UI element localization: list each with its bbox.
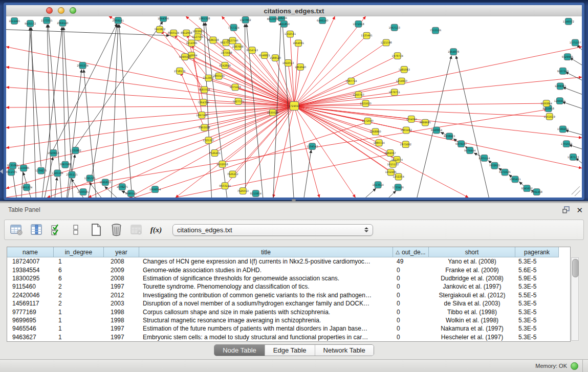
graph-node[interactable]: 1724047	[289, 102, 300, 111]
graph-node[interactable]: 7515526	[430, 27, 441, 34]
graph-node[interactable]: 9091468	[531, 189, 542, 195]
table-row[interactable]: 946362711997Embryonic stem cells: a mode…	[7, 333, 570, 341]
graph-node[interactable]: 1145194	[52, 170, 63, 177]
graph-node[interactable]: 1695810	[100, 179, 111, 186]
graph-node[interactable]: 1160743	[353, 92, 364, 98]
graph-node[interactable]: 9590545	[125, 190, 137, 197]
graph-node[interactable]: 1880724	[373, 140, 384, 146]
column-header-out_de[interactable]: △out_de...	[393, 247, 429, 257]
table-scrollbar[interactable]	[571, 257, 579, 341]
graph-node[interactable]: 9899695	[420, 119, 431, 126]
graph-node[interactable]: 1965492	[401, 127, 412, 134]
table-row[interactable]: 1456911722003Disruption of a novel membe…	[7, 299, 570, 308]
float-panel-icon[interactable]	[562, 206, 570, 213]
close-window-button[interactable]	[46, 7, 53, 14]
table-row[interactable]: 911546021997Tourette syndrome. Phenomeno…	[7, 282, 570, 291]
table-row[interactable]: 2242004622012Investigating the contribut…	[7, 291, 570, 299]
graph-node[interactable]: 1975692	[400, 141, 411, 148]
column-header-pagerank[interactable]: pagerank	[515, 247, 559, 257]
graph-node[interactable]: 6466140	[317, 17, 328, 24]
column-header-short[interactable]: short	[429, 247, 515, 257]
graph-node[interactable]: 1844366	[158, 16, 169, 21]
graph-node[interactable]: 2505115	[66, 171, 77, 178]
graph-node[interactable]: 1862640	[295, 63, 306, 70]
graph-node[interactable]: 9435572	[25, 20, 36, 27]
graph-node[interactable]: 1687714	[345, 78, 357, 84]
graph-node[interactable]: 8471626	[499, 169, 510, 176]
graph-node[interactable]: 9146821	[259, 52, 270, 59]
graph-node[interactable]: 9587058	[199, 86, 210, 93]
graph-node[interactable]: 1611445	[9, 17, 20, 24]
column-header-name[interactable]: name	[7, 247, 54, 257]
table-row[interactable]: 1872400712008Changes of HCN gene express…	[7, 257, 570, 266]
graph-node[interactable]: 8912958	[181, 30, 192, 36]
graph-node[interactable]: 6879197	[455, 141, 467, 147]
graph-node[interactable]: 7626013	[237, 188, 248, 194]
graph-node[interactable]: 1254910	[396, 78, 407, 84]
graph-node[interactable]: 7485083	[399, 66, 410, 73]
graph-node[interactable]: 8454743	[247, 47, 258, 54]
graph-node[interactable]: 1115686	[18, 165, 29, 171]
graph-node[interactable]: 1664878	[448, 49, 459, 55]
graph-node[interactable]: 1071918	[353, 20, 364, 27]
delete-table-button[interactable]	[129, 223, 143, 236]
tab-node-table[interactable]: Node Table	[214, 345, 265, 356]
column-header-title[interactable]: title	[139, 247, 393, 257]
memory-ok-indicator[interactable]	[571, 362, 578, 370]
graph-node[interactable]: 1275419	[229, 84, 241, 91]
graph-node[interactable]: 2718176	[174, 68, 185, 74]
graph-node[interactable]: 1701650	[561, 141, 572, 147]
delete-column-button[interactable]	[110, 223, 123, 236]
table-row[interactable]: 1830029562008Estimation of significance …	[7, 274, 570, 282]
graph-node[interactable]: 7632621	[489, 162, 500, 169]
tab-edge-table[interactable]: Edge Table	[265, 345, 315, 356]
graph-node[interactable]: 1332541	[285, 31, 296, 37]
table-mode-button[interactable]	[10, 223, 23, 236]
select-all-columns-button[interactable]	[50, 223, 63, 236]
graph-node[interactable]: 1534543	[307, 143, 318, 150]
graph-node[interactable]: 1735992	[70, 147, 81, 154]
close-panel-icon[interactable]: ✕	[576, 206, 583, 214]
graph-node[interactable]: 7357224	[228, 24, 239, 31]
show-columns-button[interactable]	[30, 223, 43, 236]
graph-node[interactable]: 1678275	[117, 184, 128, 190]
table-row[interactable]: 1938455462009Genome-wide association stu…	[7, 266, 570, 274]
graph-node[interactable]: 1068860	[369, 128, 381, 135]
graph-node[interactable]: 9329966	[562, 54, 573, 60]
graph-node[interactable]: 1664091	[293, 40, 304, 47]
graph-node[interactable]: 1125441	[361, 32, 372, 39]
graph-node[interactable]: 9127506	[192, 34, 203, 40]
graph-node[interactable]: 9684067	[385, 150, 396, 157]
tab-network-table[interactable]: Network Table	[315, 345, 374, 356]
table-scrollbar-thumb[interactable]	[572, 259, 579, 277]
graph-node[interactable]: 9227343	[557, 68, 569, 74]
table-row[interactable]: 946554611997Estimation of the future num…	[7, 324, 570, 333]
table-row[interactable]: 969969511998Structural magnetic resonanc…	[7, 316, 570, 324]
column-header-year[interactable]: year	[104, 247, 139, 257]
graph-node[interactable]: 1065328	[199, 16, 210, 21]
graph-node[interactable]: 1146072	[563, 18, 574, 25]
network-view-window[interactable]: citations_edges.txt 16114459435572157335…	[4, 3, 584, 200]
graph-node[interactable]: 1252254	[393, 173, 404, 180]
graph-node[interactable]: 1575107	[570, 39, 581, 46]
graph-node[interactable]: 7626212	[227, 171, 238, 178]
create-column-button[interactable]	[90, 223, 103, 236]
graph-node[interactable]: 1961274	[21, 184, 32, 191]
graph-node[interactable]: 3097588	[59, 161, 71, 168]
graph-node[interactable]: 1667133	[389, 24, 400, 31]
graph-node[interactable]: 1733426	[393, 184, 404, 191]
graph-node[interactable]: 3911505	[6, 169, 17, 176]
graph-node[interactable]: 2387608	[232, 43, 243, 50]
resize-grip-icon[interactable]	[572, 186, 580, 194]
graph-node[interactable]: 9640954	[431, 127, 442, 134]
graph-node[interactable]: 1527802	[240, 16, 251, 23]
graph-node[interactable]: 1599297	[557, 126, 569, 133]
graph-node[interactable]: 1413614	[372, 182, 383, 188]
panel-collapse-arrow-icon[interactable]	[0, 169, 3, 174]
graph-node[interactable]: 1725327	[203, 137, 214, 144]
resize-grip-icon[interactable]	[575, 190, 580, 196]
graph-node[interactable]: 8813054	[267, 16, 278, 22]
graph-node[interactable]: 1956054	[149, 186, 161, 193]
graph-node[interactable]: 9215954	[250, 190, 262, 197]
graph-node[interactable]: 2069140	[57, 19, 68, 26]
